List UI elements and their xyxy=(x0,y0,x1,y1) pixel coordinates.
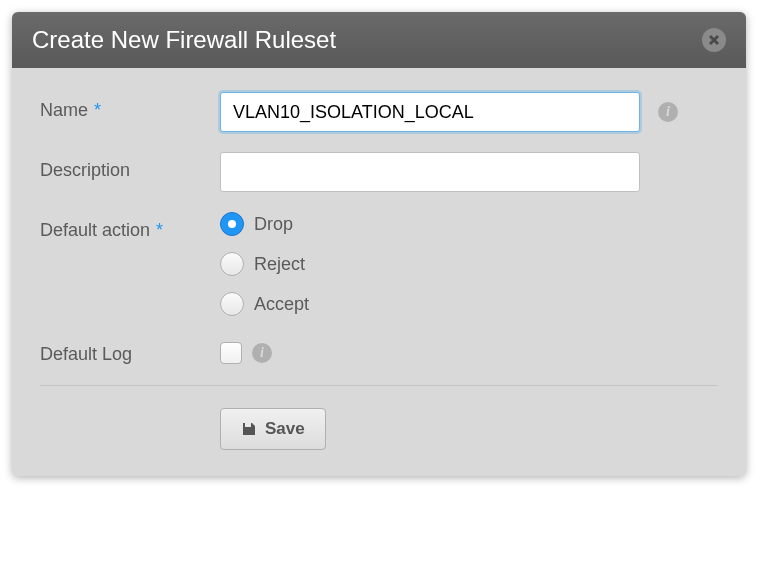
save-row: Save xyxy=(40,408,718,458)
radio-label: Drop xyxy=(254,214,293,235)
radio-icon xyxy=(220,212,244,236)
info-icon[interactable]: i xyxy=(252,343,272,363)
modal-title: Create New Firewall Ruleset xyxy=(32,26,336,54)
close-button[interactable] xyxy=(702,28,726,52)
description-label: Description xyxy=(40,152,220,181)
required-mark: * xyxy=(94,100,101,120)
radio-option-accept[interactable]: Accept xyxy=(220,292,309,316)
create-firewall-ruleset-modal: Create New Firewall Ruleset Name * i Des… xyxy=(12,12,746,476)
radio-label: Accept xyxy=(254,294,309,315)
save-icon xyxy=(241,421,257,437)
info-icon[interactable]: i xyxy=(658,102,678,122)
name-row: Name * i xyxy=(40,92,718,132)
radio-icon xyxy=(220,292,244,316)
divider xyxy=(40,385,718,386)
close-icon xyxy=(708,34,720,46)
name-input[interactable] xyxy=(220,92,640,132)
radio-option-reject[interactable]: Reject xyxy=(220,252,309,276)
default-action-row: Default action * Drop Reject Accept xyxy=(40,212,718,316)
radio-option-drop[interactable]: Drop xyxy=(220,212,309,236)
radio-label: Reject xyxy=(254,254,305,275)
required-mark: * xyxy=(156,220,163,240)
default-log-row: Default Log i xyxy=(40,336,718,365)
save-button[interactable]: Save xyxy=(220,408,326,450)
default-log-checkbox[interactable] xyxy=(220,342,242,364)
default-action-radio-group: Drop Reject Accept xyxy=(220,212,309,316)
default-log-label: Default Log xyxy=(40,336,220,365)
modal-body: Name * i Description Default action * xyxy=(12,68,746,476)
default-action-label: Default action * xyxy=(40,212,220,241)
modal-header: Create New Firewall Ruleset xyxy=(12,12,746,68)
radio-icon xyxy=(220,252,244,276)
description-input[interactable] xyxy=(220,152,640,192)
name-label: Name * xyxy=(40,92,220,121)
description-row: Description xyxy=(40,152,718,192)
